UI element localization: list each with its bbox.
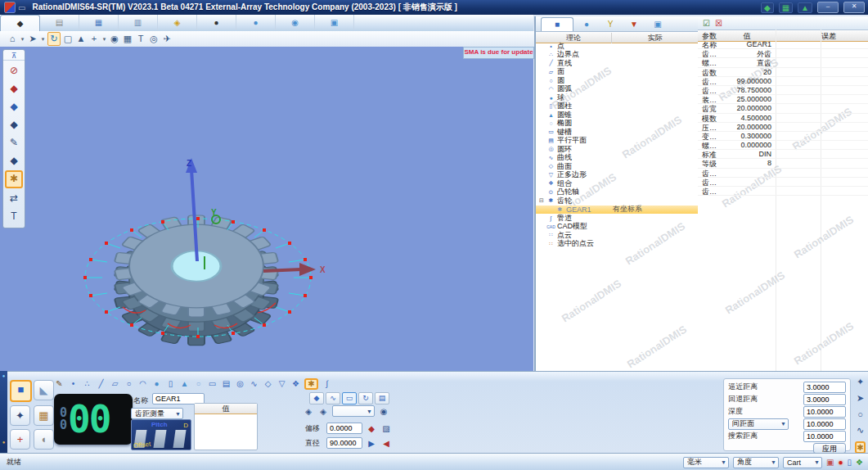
option-tab-path[interactable]: ▭ [342, 392, 357, 404]
length-unit-select[interactable]: 毫米▼ [683, 457, 729, 468]
tool-rack-button[interactable]: ▦ [34, 405, 54, 426]
param-row[interactable]: 齿… [698, 187, 868, 196]
point-icon[interactable]: • [68, 378, 79, 390]
tree-item-selected-point-cloud[interactable]: ∷选中的点云 [536, 240, 699, 249]
circle-tool-icon[interactable]: ○ [857, 409, 863, 419]
probe-data-icon[interactable]: T [6, 208, 22, 224]
tab-program[interactable]: ▤ [40, 15, 79, 30]
coord-system-select[interactable]: Cart▼ [783, 457, 822, 468]
part-button[interactable]: ◖ [34, 429, 54, 450]
fixture-button[interactable]: ◣ [34, 380, 54, 400]
home-view-icon[interactable]: ⌂ [7, 33, 18, 45]
refresh-probe-icon[interactable]: ◉ [378, 406, 389, 417]
probe-build-icon[interactable]: ✱ [5, 170, 23, 188]
param-row[interactable]: 名称GEAR1 [698, 40, 868, 49]
param-row[interactable]: 螺…0.000000 [698, 141, 868, 150]
visibility-icon[interactable]: ◉ [109, 33, 120, 45]
line-icon[interactable]: ╱ [96, 378, 106, 390]
gap-type-select[interactable]: 间距面▼ [728, 418, 789, 430]
tab-filter-y[interactable]: Y [600, 18, 621, 31]
polygon-icon[interactable]: ▽ [277, 378, 287, 390]
dock-top-icon[interactable]: ● [0, 373, 7, 378]
probe-add-blue-icon[interactable]: ◆ [6, 98, 22, 115]
offset-pick-icon[interactable]: ◆ [366, 423, 377, 434]
probe-define-icon[interactable]: ◆ [6, 116, 22, 133]
confirm-check-icon[interactable]: ☑ [703, 19, 710, 28]
fly-mode-icon[interactable]: ✈ [161, 33, 173, 45]
diameter-outer-icon[interactable]: ◀ [380, 438, 392, 449]
probe-compensate-icon[interactable]: ✎ [54, 378, 65, 390]
tab-machine[interactable]: ◆ [0, 15, 40, 31]
boundary-point-icon[interactable]: ∴ [82, 378, 92, 390]
appearance-icon[interactable]: ▦ [122, 33, 133, 45]
combine-icon[interactable]: ❖ [290, 378, 301, 390]
joystick-status-icon[interactable]: ◆ [761, 2, 774, 13]
cone-icon[interactable]: ▲ [179, 378, 190, 390]
retract-input[interactable] [803, 394, 846, 405]
emergency-icon[interactable]: ● [838, 458, 843, 467]
param-row[interactable]: 压…20.000000 [698, 123, 868, 132]
probe-disable-icon[interactable]: ⊘ [6, 62, 22, 79]
cylinder-icon[interactable]: ▯ [165, 378, 176, 390]
param-row[interactable]: 齿数20 [698, 68, 868, 77]
plane-icon[interactable]: ▱ [110, 378, 120, 390]
param-row[interactable]: 齿…78.750000 [698, 86, 868, 95]
param-row[interactable]: 齿… [698, 169, 868, 178]
arc-icon[interactable]: ◠ [137, 378, 148, 390]
touch-tool-icon[interactable]: ➤ [857, 393, 864, 404]
select-cursor-icon[interactable]: ➤ [27, 33, 38, 45]
tab-features[interactable]: ■ [541, 17, 573, 31]
remote-icon[interactable]: ❖ [856, 458, 863, 467]
pin-icon[interactable]: ⊼ [3, 52, 25, 61]
option-tab-rotate[interactable]: ↻ [358, 392, 373, 404]
probe-y-icon[interactable]: ◈ [317, 406, 329, 417]
machine-io-icon[interactable]: ▯ [848, 458, 852, 467]
measure-type-select[interactable]: 齿距测量▼ [131, 408, 183, 419]
machine-view-button[interactable]: ■ [10, 380, 32, 402]
grid-status-icon[interactable]: ▦ [779, 2, 793, 13]
probe-select[interactable]: ▼ [332, 405, 375, 417]
tab-tolerance[interactable]: ● [576, 18, 597, 31]
parallel-planes-icon[interactable]: ▤ [221, 378, 232, 390]
axis-icon[interactable]: + [88, 33, 100, 45]
offset-input[interactable] [326, 423, 362, 434]
home-view-dropdown[interactable]: ▾ [20, 33, 25, 45]
param-row[interactable]: 螺…直齿 [698, 58, 868, 67]
param-row[interactable]: 模数4.500000 [698, 114, 868, 123]
scan-tool-icon[interactable]: ∿ [857, 425, 864, 436]
tab-system[interactable]: ▣ [315, 15, 354, 30]
depth-input[interactable] [803, 406, 846, 418]
param-row[interactable]: 齿…99.000000 [698, 77, 868, 86]
tab-report[interactable]: ▣ [647, 18, 668, 31]
minimize-button[interactable]: – [817, 2, 839, 13]
tab-filter[interactable]: ▼ [623, 18, 645, 31]
tab-measure[interactable]: ● [236, 15, 276, 30]
alignment-button[interactable]: + [10, 429, 30, 450]
record-icon[interactable]: ◎ [148, 33, 160, 45]
circle-icon[interactable]: ○ [124, 378, 134, 390]
pipe-icon[interactable]: ∫ [322, 378, 332, 390]
param-row[interactable]: 齿…外齿 [698, 49, 868, 58]
param-row[interactable]: 齿宽20.000000 [698, 104, 868, 113]
probe-swap-icon[interactable]: ⇄ [6, 190, 22, 206]
probe-add-red-icon[interactable]: ◆ [6, 80, 22, 97]
close-button[interactable]: ✕ [843, 2, 865, 13]
option-tab-report[interactable]: ▤ [375, 392, 389, 404]
viewport-3d[interactable]: Z X Y Z Y X [0, 47, 533, 371]
approach-input[interactable] [803, 382, 846, 393]
close-panel-icon[interactable]: ☒ [715, 19, 722, 28]
sphere-icon[interactable]: ● [151, 378, 162, 390]
diameter-inner-icon[interactable]: ▶ [366, 438, 377, 449]
option-tab-scan[interactable]: ∿ [326, 392, 340, 404]
surface-icon[interactable]: ◇ [263, 378, 273, 390]
joystick-icon[interactable]: ▣ [826, 458, 834, 467]
tab-view[interactable]: ◉ [276, 15, 315, 30]
probe-button[interactable]: ✦ [10, 405, 30, 426]
search-input[interactable] [803, 431, 846, 442]
param-row[interactable]: 装…25.000000 [698, 95, 868, 104]
slot-icon[interactable]: ▭ [207, 378, 218, 390]
collapse-icon[interactable]: ⊟ [539, 197, 544, 204]
machine-status-icon[interactable]: ▲ [798, 2, 812, 13]
probe-t-icon[interactable]: ◈ [303, 406, 314, 417]
value-list[interactable]: 值 [194, 403, 258, 450]
